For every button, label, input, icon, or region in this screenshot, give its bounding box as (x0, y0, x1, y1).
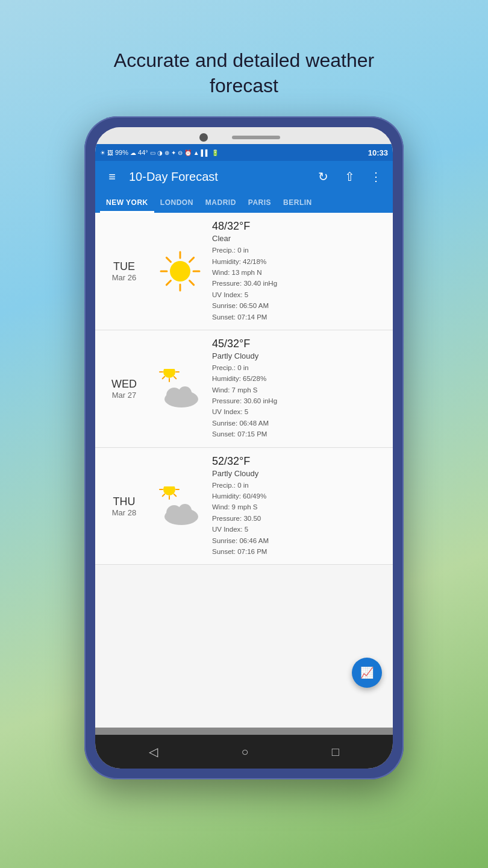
bottom-nav: ◁ ○ □ (95, 735, 393, 769)
day-col-thu: THU Mar 28 (100, 495, 148, 517)
battery-percent: 99% (115, 149, 128, 156)
info-col-tue: 48/32°F Clear Precip.: 0 in Humidity: 42… (212, 220, 388, 322)
condition-tue: Clear (212, 234, 388, 243)
chart-icon: 📈 (360, 666, 374, 679)
toolbar-title: 10-Day Forecast (129, 170, 306, 184)
phone-device: ☀ 🖼 99% ☁ 44° ▭ ◑ ⊕ ✦ ⊖ ⏰ ▲ ▌▌ 🔋 10:33 ≡… (84, 116, 404, 779)
info-col-wed: 45/32°F Partly Cloudy Precip.: 0 in Humi… (212, 338, 388, 440)
details-thu: Precip.: 0 in Humidity: 60/49% Wind: 9 m… (212, 480, 388, 558)
tabs-bar: NEW YORK LONDON MADRID PARIS BERLIN (95, 192, 393, 213)
day-name-wed: WED (100, 378, 148, 391)
partly-cloudy-icon-thu (156, 486, 204, 526)
sunny-icon (159, 250, 201, 292)
temp-tue: 48/32°F (212, 220, 388, 233)
tab-london[interactable]: LONDON (154, 192, 199, 213)
battery-icon: 🔋 (211, 149, 219, 156)
wifi-icon: ▲ (193, 149, 199, 156)
globe-icon: ⊕ (164, 149, 169, 156)
details-tue: Precip.: 0 in Humidity: 42/18% Wind: 13 … (212, 245, 388, 322)
svg-line-1 (190, 257, 194, 262)
moon-icon: ◑ (157, 149, 163, 156)
phone-top-bar (95, 127, 393, 144)
image-status-icon: 🖼 (107, 149, 113, 156)
info-col-thu: 52/32°F Partly Cloudy Precip.: 0 in Humi… (212, 455, 388, 558)
icon-col-wed (153, 369, 207, 408)
svg-line-24 (174, 494, 177, 497)
svg-point-20 (178, 386, 192, 400)
menu-button[interactable]: ≡ (102, 170, 122, 184)
screen-icon: ▭ (150, 149, 155, 156)
svg-line-7 (166, 257, 170, 262)
forecast-row-thu: THU Mar 28 (95, 448, 393, 565)
tab-new-york[interactable]: NEW YORK (100, 192, 154, 213)
recents-button[interactable]: □ (332, 745, 339, 759)
status-time: 10:33 (368, 148, 388, 157)
speaker-slot (232, 136, 280, 139)
more-button[interactable]: ⋮ (366, 169, 386, 184)
icon-col-tue (153, 250, 207, 292)
camera-dot (199, 133, 208, 142)
svg-line-3 (190, 281, 194, 285)
share-button[interactable]: ⇧ (340, 169, 359, 184)
icon-col-thu (153, 486, 207, 526)
sun-status-icon: ☀ (100, 149, 105, 156)
temp-status: 44° (138, 149, 148, 156)
temp-wed: 45/32°F (212, 338, 388, 350)
page-headline: Accurate and detailed weather forecast (87, 48, 401, 98)
day-name-thu: THU (100, 495, 148, 508)
svg-line-5 (166, 281, 170, 285)
forecast-list: TUE Mar 26 (95, 213, 393, 728)
day-date-thu: Mar 28 (100, 508, 148, 517)
cloud-status-icon: ☁ (130, 149, 136, 156)
tab-paris[interactable]: PARIS (242, 192, 277, 213)
forecast-row-wed: WED Mar 27 (95, 330, 393, 448)
day-date-wed: Mar 27 (100, 391, 148, 400)
refresh-button[interactable]: ↻ (313, 169, 333, 184)
svg-point-8 (170, 261, 190, 281)
bars-icon: ▌▌ (201, 149, 210, 156)
home-button[interactable]: ○ (241, 745, 248, 759)
fab-chart-button[interactable]: 📈 (352, 658, 382, 688)
condition-wed: Partly Cloudy (212, 351, 388, 360)
temp-thu: 52/32°F (212, 455, 388, 468)
alarm-icon: ⏰ (184, 149, 192, 156)
svg-point-32 (178, 504, 192, 517)
toolbar: ≡ 10-Day Forecast ↻ ⇧ ⋮ (95, 161, 393, 192)
signal-icon: ⊖ (178, 149, 183, 156)
forecast-row-tue: TUE Mar 26 (95, 213, 393, 330)
bluetooth-icon: ✦ (171, 149, 176, 156)
day-col-tue: TUE Mar 26 (100, 260, 148, 282)
svg-line-14 (163, 377, 165, 379)
tab-madrid[interactable]: MADRID (199, 192, 242, 213)
day-col-wed: WED Mar 27 (100, 378, 148, 400)
svg-line-12 (174, 377, 177, 379)
day-date-tue: Mar 26 (100, 273, 148, 282)
condition-thu: Partly Cloudy (212, 469, 388, 478)
partly-cloudy-icon-wed (156, 369, 204, 408)
back-button[interactable]: ◁ (149, 744, 158, 759)
gray-separator (95, 728, 393, 735)
svg-line-26 (163, 494, 165, 497)
day-name-tue: TUE (100, 260, 148, 273)
details-wed: Precip.: 0 in Humidity: 65/28% Wind: 7 m… (212, 362, 388, 440)
status-bar: ☀ 🖼 99% ☁ 44° ▭ ◑ ⊕ ✦ ⊖ ⏰ ▲ ▌▌ 🔋 10:33 (95, 144, 393, 161)
tab-berlin[interactable]: BERLIN (277, 192, 318, 213)
